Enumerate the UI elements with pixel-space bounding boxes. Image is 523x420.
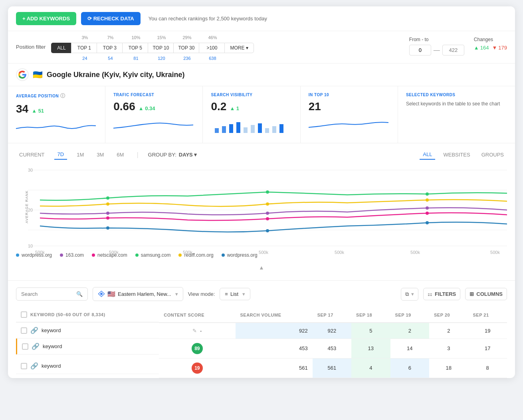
search-box[interactable]: 🔍: [16, 287, 88, 301]
select-all-checkbox[interactable]: [21, 311, 27, 318]
table-body: 🔗 keyword ✎ - 922 922 5: [16, 323, 507, 378]
row3-keyword: keyword: [42, 363, 61, 369]
svg-text:500k: 500k: [183, 250, 192, 255]
in-top10-value: 21: [309, 100, 321, 113]
svg-point-18: [106, 226, 109, 230]
col-sep20: SEP 20: [429, 307, 468, 323]
view-mode-value: List: [230, 291, 238, 297]
svg-text:10: 10: [28, 244, 33, 248]
svg-rect-8: [272, 126, 276, 133]
in-top10-chart: [309, 116, 390, 134]
row2-keyword: keyword: [43, 343, 62, 349]
time-1m-button[interactable]: 1M: [73, 150, 87, 159]
table-row: 🔗 keyword ✎ - 922 922 5: [16, 323, 507, 339]
time-7d-button[interactable]: 7D: [54, 150, 67, 160]
row2-sep17: 453: [313, 339, 351, 358]
location-select[interactable]: 🇺🇸 Eastern Harlem, New... ▾: [93, 287, 183, 301]
table-row: 🔗 keyword 19 561 561 4: [16, 358, 507, 378]
filter-top1-button[interactable]: TOP 1: [71, 43, 97, 53]
from-input[interactable]: [409, 45, 431, 55]
row1-search-volume: 922: [236, 323, 313, 339]
row2-score-badge: 89: [192, 343, 203, 354]
changes-label: Changes: [474, 37, 507, 42]
svg-point-25: [266, 212, 269, 215]
row3-checkbox[interactable]: [21, 363, 27, 369]
row3-keyword-cell: 🔗 keyword: [16, 358, 159, 374]
svg-rect-1: [222, 126, 226, 133]
country-flag: 🇺🇦: [33, 70, 43, 79]
stat-average-position: AVERAGE POSITION ⓘ 34 ▲ 51: [8, 86, 105, 143]
group-by-value[interactable]: DAYS ▾: [179, 152, 197, 158]
row2-sep21: 17: [468, 339, 507, 358]
info-icon[interactable]: ⓘ: [60, 93, 65, 99]
position-filter-section: Position filter 3% 7% 10% 15% 29% 46% A: [8, 31, 515, 63]
stat-traffic-forecast: TRAFIC FORECAST 0.66 ▲ 0.34: [105, 86, 203, 143]
location-label: Eastern Harlem, New...: [118, 291, 171, 297]
row2-sep18: 13: [351, 339, 390, 358]
time-current-button[interactable]: CURRENT: [16, 150, 48, 159]
col-keyword-label: KEYWORD (50–60 out of 8,334): [30, 312, 105, 317]
filter-more-button[interactable]: MORE ▾: [224, 43, 254, 53]
search-visibility-chart: [211, 116, 292, 134]
search-input[interactable]: [21, 291, 73, 297]
filter-all-button[interactable]: ALL: [51, 43, 71, 53]
stat-selected-keywords: SELECTED KEYWORDS Select keywords in the…: [398, 86, 515, 143]
google-logo: [16, 68, 29, 81]
group-by-label: GROUP BY:: [148, 152, 176, 158]
filter-top3-button[interactable]: TOP 3: [97, 43, 122, 53]
svg-text:500k: 500k: [335, 250, 344, 255]
row2-content-score: 89: [159, 339, 235, 358]
view-groups-button[interactable]: GROUPS: [478, 150, 507, 160]
row1-checkbox[interactable]: [21, 327, 27, 334]
row1-sep19: 2: [390, 323, 429, 339]
chart-section: CURRENT 7D 1M 3M 6M | GROUP BY: DAYS ▾ A…: [8, 143, 515, 281]
row1-sep18: 5: [351, 323, 390, 339]
toolbar: + ADD KEYWORDS ⟳ RECHECK DATA You can re…: [8, 6, 515, 31]
from-to-section: From - to —: [409, 37, 464, 55]
row2-checkbox[interactable]: [22, 343, 28, 350]
svg-text:30: 30: [28, 168, 33, 172]
position-filter-label: Position filter: [16, 44, 46, 50]
recheck-data-button[interactable]: ⟳ RECHECK DATA: [81, 12, 141, 25]
columns-button[interactable]: ⊞ COLUMNS: [465, 288, 507, 300]
from-to-dash: —: [434, 47, 440, 54]
svg-point-40: [100, 293, 103, 295]
row1-sep21: 19: [468, 323, 507, 339]
view-websites-button[interactable]: WEBSITES: [440, 150, 473, 160]
view-mode-select[interactable]: ≡ List ▾: [220, 288, 250, 300]
svg-rect-6: [258, 123, 262, 133]
col-sep18: SEP 18: [351, 307, 390, 323]
row3-link-icon[interactable]: 🔗: [30, 362, 38, 370]
copy-button[interactable]: ⧉ ▾: [401, 288, 418, 301]
row3-sep21: 8: [468, 358, 507, 378]
row3-sep18: 4: [351, 358, 390, 378]
time-3m-button[interactable]: 3M: [93, 150, 107, 159]
filter-top30-button[interactable]: TOP 30: [173, 43, 199, 53]
collapse-button[interactable]: ▲: [16, 261, 507, 274]
traffic-forecast-value: 0.66: [113, 100, 135, 113]
search-visibility-value: 0.2: [211, 100, 226, 113]
traffic-forecast-label: TRAFIC FORECAST: [113, 93, 194, 97]
search-icon: 🔍: [76, 291, 83, 297]
row3-content-score: 19: [159, 358, 235, 378]
row1-edit-icon[interactable]: ✎: [192, 328, 197, 334]
legend-dot-netscape: [92, 254, 95, 257]
filters-button[interactable]: ⚏ FILTERS: [423, 288, 460, 300]
filter-gt100-button[interactable]: >100: [199, 43, 224, 53]
row1-link-icon[interactable]: 🔗: [30, 327, 38, 334]
toolbar-info-text: You can recheck rankings for 2,500 keywo…: [149, 16, 267, 22]
row2-link-icon[interactable]: 🔗: [32, 343, 40, 350]
view-all-button[interactable]: ALL: [420, 150, 435, 160]
col-content-score: CONTENT SCORE: [159, 307, 235, 323]
changes-down: ▼ 179: [492, 45, 507, 51]
svg-point-32: [426, 192, 429, 196]
svg-point-19: [266, 229, 269, 232]
selected-keywords-label: SELECTED KEYWORDS: [406, 93, 507, 97]
to-input[interactable]: [442, 45, 464, 55]
time-6m-button[interactable]: 6M: [113, 150, 127, 159]
add-keywords-button[interactable]: + ADD KEYWORDS: [16, 12, 76, 25]
row1-keyword-cell: 🔗 keyword: [16, 323, 159, 339]
filter-top5-button[interactable]: TOP 5: [122, 43, 148, 53]
filter-top10-button[interactable]: TOP 10: [148, 43, 173, 53]
svg-point-20: [426, 221, 429, 224]
